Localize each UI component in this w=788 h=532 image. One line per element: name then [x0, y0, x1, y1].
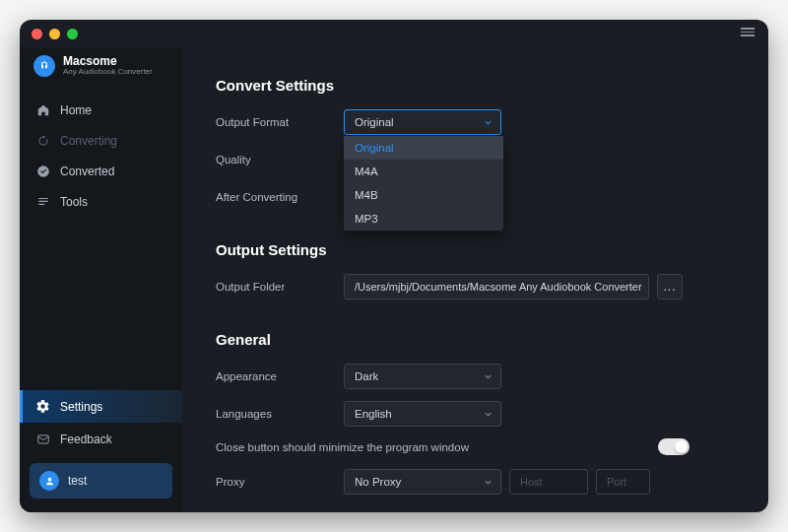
sidebar-item-label: Tools — [60, 195, 88, 209]
output-format-value: Original — [355, 116, 394, 128]
chevron-down-icon — [484, 118, 492, 127]
proxy-select[interactable]: No Proxy — [344, 469, 501, 495]
sidebar-item-label: Home — [60, 103, 92, 117]
brand-subtitle: Any Audiobook Converter — [63, 68, 153, 77]
dropdown-option-m4a[interactable]: M4A — [344, 160, 503, 183]
tools-icon — [35, 194, 50, 209]
hamburger-menu-icon[interactable] — [741, 28, 755, 36]
dropdown-option-original[interactable]: Original — [344, 136, 503, 160]
titlebar — [20, 20, 768, 47]
home-icon — [35, 102, 50, 117]
appearance-select[interactable]: Dark — [344, 364, 501, 389]
close-minimize-toggle[interactable] — [658, 438, 690, 455]
section-title-output: Output Settings — [216, 241, 729, 258]
app-body: Macsome Any Audiobook Converter Home Con… — [20, 47, 768, 512]
sidebar-item-label: Converted — [60, 165, 114, 178]
output-format-select[interactable]: Original Original M4A M4B MP3 — [344, 109, 501, 135]
converting-icon — [35, 133, 50, 148]
dropdown-option-mp3[interactable]: MP3 — [344, 207, 503, 231]
quality-label: Quality — [216, 154, 344, 166]
svg-rect-0 — [37, 434, 48, 442]
sidebar-item-home[interactable]: Home — [20, 95, 182, 125]
chevron-down-icon — [484, 410, 492, 419]
app-window: Macsome Any Audiobook Converter Home Con… — [20, 20, 768, 512]
sidebar-item-label: Settings — [60, 400, 102, 414]
output-folder-label: Output Folder — [216, 281, 344, 293]
main-content: Convert Settings Output Format Original … — [182, 47, 768, 512]
mail-icon — [35, 432, 50, 446]
brand-logo-icon — [33, 55, 55, 77]
brand: Macsome Any Audiobook Converter — [20, 51, 182, 91]
user-chip[interactable]: test — [30, 463, 172, 499]
chevron-down-icon — [484, 372, 492, 381]
sidebar-item-tools[interactable]: Tools — [20, 186, 182, 217]
proxy-label: Proxy — [216, 476, 344, 488]
proxy-value: No Proxy — [355, 476, 401, 488]
output-folder-path[interactable]: /Users/mjbj/Documents/Macsome Any Audiob… — [344, 274, 649, 299]
proxy-host-input[interactable]: Host — [509, 469, 588, 495]
browse-folder-button[interactable]: ... — [657, 274, 683, 299]
section-title-general: General — [216, 331, 729, 348]
minimize-window-button[interactable] — [49, 29, 60, 39]
sidebar: Macsome Any Audiobook Converter Home Con… — [20, 47, 182, 512]
appearance-label: Appearance — [216, 370, 344, 382]
chevron-down-icon — [484, 478, 492, 487]
output-format-dropdown: Original M4A M4B MP3 — [344, 136, 503, 231]
user-name: test — [68, 474, 87, 488]
dropdown-option-m4b[interactable]: M4B — [344, 183, 503, 207]
sidebar-item-label: Converting — [60, 134, 117, 148]
converted-icon — [35, 164, 50, 178]
close-window-button[interactable] — [32, 29, 42, 39]
maximize-window-button[interactable] — [67, 29, 78, 39]
output-format-label: Output Format — [216, 116, 344, 128]
section-title-convert: Convert Settings — [216, 77, 729, 94]
gear-icon — [35, 399, 50, 414]
sidebar-item-converted[interactable]: Converted — [20, 156, 182, 186]
proxy-port-input[interactable]: Port — [596, 469, 650, 495]
sidebar-item-settings[interactable]: Settings — [20, 390, 182, 423]
avatar-icon — [39, 471, 59, 491]
sidebar-item-label: Feedback — [60, 432, 112, 446]
languages-select[interactable]: English — [344, 401, 501, 427]
languages-value: English — [355, 408, 392, 420]
window-controls — [32, 29, 78, 39]
languages-label: Languages — [216, 408, 344, 420]
after-converting-label: After Converting — [216, 191, 344, 203]
primary-nav: Home Converting Converted Tools — [20, 95, 182, 217]
appearance-value: Dark — [355, 370, 378, 382]
close-minimize-label: Close button should minimize the program… — [216, 441, 469, 453]
sidebar-item-converting[interactable]: Converting — [20, 125, 182, 156]
sidebar-item-feedback[interactable]: Feedback — [20, 423, 182, 455]
